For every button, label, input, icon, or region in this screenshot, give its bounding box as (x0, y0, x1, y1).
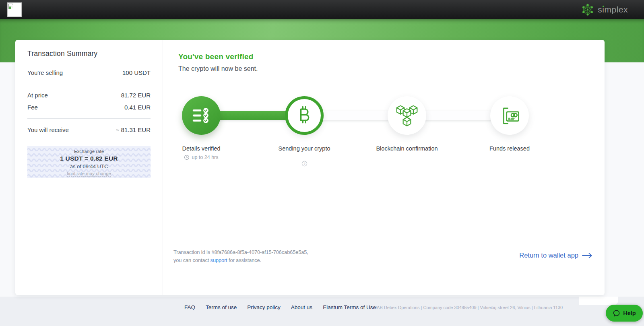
footer-links: FAQ Terms of use Privacy policy About us… (184, 304, 376, 310)
footer: FAQ Terms of use Privacy policy About us… (0, 297, 644, 326)
question-icon: ? (301, 161, 308, 167)
exchange-rate-box: Exchange rate 1 USDT = 0.82 EUR as of 09… (27, 146, 151, 178)
step-label: Blockchain confirmation (373, 145, 441, 153)
row-value: 100 USDT (122, 69, 151, 76)
summary-title: Transaction Summary (27, 50, 151, 58)
footer-link-elastum-terms[interactable]: Elastum Terms of Use (323, 304, 376, 310)
page-title: You've been verified (178, 52, 254, 61)
summary-divider (27, 118, 151, 119)
simplex-brand[interactable]: simplex (581, 3, 628, 16)
footer-link-about[interactable]: About us (291, 304, 312, 310)
broken-image-icon (8, 4, 14, 10)
card-released-icon (498, 104, 521, 127)
step-eta-label: up to 24 hrs (192, 155, 218, 160)
summary-row-price: At price 81.72 EUR (27, 92, 151, 99)
footer-link-terms[interactable]: Terms of use (206, 304, 237, 310)
status-panel: You've been verified The crypto will now… (163, 40, 605, 295)
step-label: Sending your crypto (270, 145, 339, 153)
partner-logo[interactable] (7, 2, 22, 17)
transaction-note-text: for assistance. (227, 257, 261, 263)
row-label: At price (27, 92, 48, 99)
exchange-rate-timestamp: as of 09:44 UTC (27, 163, 151, 169)
row-value: 0.41 EUR (124, 104, 151, 111)
step-label: Details verified (167, 145, 235, 153)
support-link[interactable]: support (211, 257, 227, 263)
exchange-rate-content: Exchange rate 1 USDT = 0.82 EUR as of 09… (27, 146, 151, 177)
return-link-label: Return to wallet app (519, 252, 578, 259)
brand-wordmark: simplex (598, 5, 628, 14)
svg-text:?: ? (303, 162, 305, 165)
simplex-logo-icon (581, 3, 594, 16)
row-label: You're selling (27, 69, 63, 76)
summary-row-receive: You will receive ~ 81.31 EUR (27, 126, 151, 133)
bitcoin-icon (293, 104, 316, 127)
exchange-rate-disclaimer: final rate may change (67, 171, 111, 177)
row-value: ~ 81.31 EUR (116, 126, 151, 133)
summary-divider (27, 84, 151, 84)
chat-bubble-icon (613, 309, 620, 317)
exchange-rate-label: Exchange rate (27, 149, 151, 154)
page-subtitle: The crypto will now be sent. (178, 65, 258, 72)
chat-widget-backdrop (579, 297, 618, 305)
summary-row-fee: Fee 0.41 EUR (27, 104, 151, 111)
row-label: You will receive (27, 126, 69, 133)
step-sending-crypto (285, 96, 324, 135)
return-to-wallet-link[interactable]: Return to wallet app (519, 252, 592, 259)
row-label: Fee (27, 104, 38, 111)
footer-link-faq[interactable]: FAQ (184, 304, 195, 310)
transaction-id-note: Transaction id is #8fa7686a-8f5a-4070-af… (173, 248, 315, 265)
checklist-icon (192, 107, 211, 124)
content-card: Transaction Summary You're selling 100 U… (15, 40, 605, 295)
step-label: Funds released (475, 145, 544, 153)
help-button-label: Help (623, 310, 636, 316)
row-value: 81.72 EUR (121, 92, 151, 99)
step-help[interactable]: ? (270, 161, 339, 168)
company-info: UAB Debex Operations | Company code 3048… (374, 305, 563, 310)
top-bar: simplex (0, 0, 644, 19)
transaction-summary-panel: Transaction Summary You're selling 100 U… (15, 40, 163, 295)
step-blockchain-confirmation (388, 96, 426, 135)
blockchain-cubes-icon (395, 103, 419, 128)
progress-stepper: Details verified Sending your crypto Blo… (163, 96, 605, 197)
exchange-rate-value: 1 USDT = 0.82 EUR (27, 155, 151, 162)
clock-icon (184, 155, 190, 160)
summary-row-selling: You're selling 100 USDT (27, 69, 151, 76)
help-button[interactable]: Help (606, 305, 643, 322)
step-eta: up to 24 hrs (167, 155, 235, 160)
step-funds-released (490, 96, 529, 135)
footer-link-privacy[interactable]: Privacy policy (247, 304, 281, 310)
arrow-right-icon (582, 253, 592, 258)
step-details-verified (182, 96, 221, 135)
